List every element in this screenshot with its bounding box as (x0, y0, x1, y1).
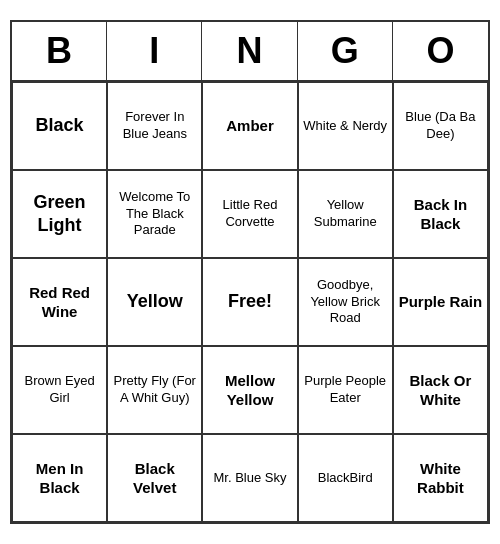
bingo-header: B I N G O (12, 22, 488, 82)
cell-17[interactable]: Mellow Yellow (202, 346, 297, 434)
cell-2[interactable]: Amber (202, 82, 297, 170)
cell-11[interactable]: Yellow (107, 258, 202, 346)
cell-16[interactable]: Pretty Fly (For A Whit Guy) (107, 346, 202, 434)
cell-9[interactable]: Back In Black (393, 170, 488, 258)
bingo-card: B I N G O Black Forever In Blue Jeans Am… (10, 20, 490, 524)
cell-22[interactable]: Mr. Blue Sky (202, 434, 297, 522)
header-b: B (12, 22, 107, 80)
cell-13[interactable]: Goodbye, Yellow Brick Road (298, 258, 393, 346)
cell-14[interactable]: Purple Rain (393, 258, 488, 346)
cell-10[interactable]: Red Red Wine (12, 258, 107, 346)
cell-8[interactable]: Yellow Submarine (298, 170, 393, 258)
cell-4[interactable]: Blue (Da Ba Dee) (393, 82, 488, 170)
cell-1[interactable]: Forever In Blue Jeans (107, 82, 202, 170)
header-g: G (298, 22, 393, 80)
cell-19[interactable]: Black Or White (393, 346, 488, 434)
cell-24[interactable]: White Rabbit (393, 434, 488, 522)
bingo-grid: Black Forever In Blue Jeans Amber White … (12, 82, 488, 522)
cell-7[interactable]: Little Red Corvette (202, 170, 297, 258)
cell-6[interactable]: Welcome To The Black Parade (107, 170, 202, 258)
cell-23[interactable]: BlackBird (298, 434, 393, 522)
cell-21[interactable]: Black Velvet (107, 434, 202, 522)
cell-0[interactable]: Black (12, 82, 107, 170)
header-o: O (393, 22, 488, 80)
header-i: I (107, 22, 202, 80)
cell-5[interactable]: Green Light (12, 170, 107, 258)
cell-18[interactable]: Purple People Eater (298, 346, 393, 434)
cell-20[interactable]: Men In Black (12, 434, 107, 522)
cell-12-free[interactable]: Free! (202, 258, 297, 346)
cell-3[interactable]: White & Nerdy (298, 82, 393, 170)
header-n: N (202, 22, 297, 80)
cell-15[interactable]: Brown Eyed Girl (12, 346, 107, 434)
